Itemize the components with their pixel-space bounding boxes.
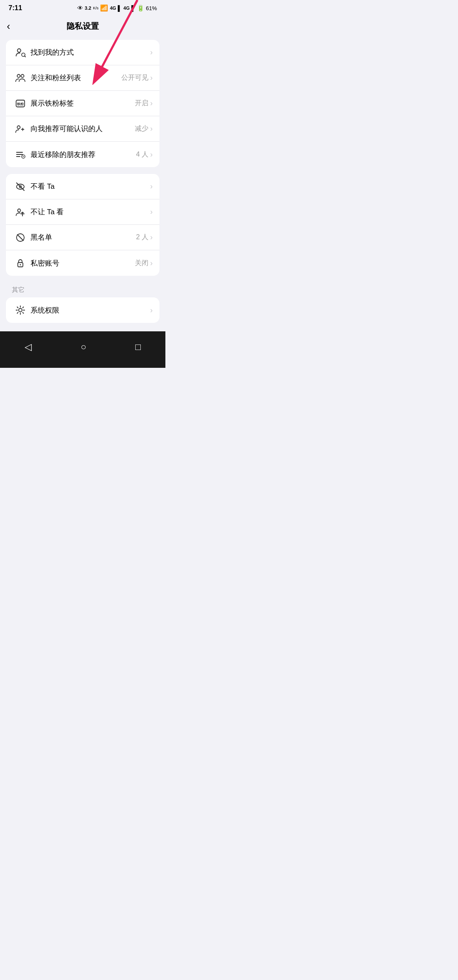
privacy-card-2: 不看 Ta › 不让 Ta 看 › 黑名单 2 人 › (6, 174, 159, 276)
blacklist-value: 2 人 (136, 233, 148, 242)
menu-item-blacklist[interactable]: 黑名单 2 人 › (6, 225, 159, 250)
not-let-ta-watch-chevron: › (150, 207, 153, 216)
private-account-label: 私密账号 (31, 258, 135, 268)
signal-bars-icon: ▌ (118, 5, 122, 11)
recommend-people-label: 向我推荐可能认识的人 (31, 124, 135, 134)
blacklist-icon (13, 232, 28, 243)
recommend-people-icon (13, 123, 28, 134)
privacy-card-1: 找到我的方式 › 关注和粉丝列表 公开可见 › 铁粉 展示铁粉标签 开启 › (6, 40, 159, 167)
not-watch-ta-icon (13, 181, 28, 192)
svg-point-0 (17, 49, 21, 52)
status-bar: 7:11 👁 3.2 K/s 📶 4G ▌ 4G ▌ 🔋 61% (0, 0, 165, 14)
nav-recent-button[interactable]: □ (125, 338, 151, 356)
signal-4g-icon: 4G (110, 6, 116, 11)
recent-removed-value: 4 人 (136, 150, 148, 159)
svg-point-2 (17, 74, 20, 77)
system-permissions-chevron: › (150, 306, 153, 315)
recent-removed-icon (13, 149, 28, 160)
menu-item-follow-fans[interactable]: 关注和粉丝列表 公开可见 › (6, 65, 159, 91)
follow-fans-icon (13, 73, 28, 84)
svg-line-22 (17, 235, 23, 241)
svg-point-6 (17, 126, 20, 129)
page-header: ‹ 隐私设置 (0, 14, 165, 40)
other-section-label: 其它 (0, 283, 165, 297)
find-user-icon (13, 47, 28, 58)
blacklist-label: 黑名单 (31, 232, 136, 242)
menu-item-not-watch-ta[interactable]: 不看 Ta › (6, 174, 159, 199)
iron-fan-label: 展示铁粉标签 (31, 98, 135, 108)
private-account-chevron: › (150, 259, 153, 268)
not-watch-ta-chevron: › (150, 182, 153, 191)
privacy-card-3: 系统权限 › (6, 297, 159, 323)
svg-point-24 (20, 264, 21, 266)
recommend-people-value: 减少 (135, 124, 148, 133)
battery-percent: 61% (146, 5, 157, 11)
not-let-ta-watch-label: 不让 Ta 看 (31, 207, 150, 217)
network-icon: 3.2 (85, 6, 91, 11)
svg-point-25 (19, 308, 22, 312)
battery-icon: 🔋 (137, 5, 144, 11)
svg-point-3 (21, 74, 24, 77)
wifi-icon: 📶 (100, 4, 108, 12)
recent-removed-chevron: › (150, 150, 153, 159)
not-let-ta-watch-icon (13, 207, 28, 218)
iron-fan-chevron: › (150, 99, 153, 108)
system-permissions-icon (13, 305, 28, 316)
eye-icon: 👁 (77, 5, 83, 11)
recommend-people-chevron: › (150, 124, 153, 133)
follow-fans-label: 关注和粉丝列表 (31, 73, 121, 83)
menu-item-iron-fan[interactable]: 铁粉 展示铁粉标签 开启 › (6, 91, 159, 116)
menu-item-recent-removed[interactable]: 最近移除的朋友推荐 4 人 › (6, 142, 159, 167)
network-label: K/s (93, 6, 98, 10)
blacklist-chevron: › (150, 233, 153, 242)
private-account-value: 关闭 (135, 259, 148, 268)
status-icons: 👁 3.2 K/s 📶 4G ▌ 4G ▌ 🔋 61% (77, 4, 157, 12)
private-account-icon (13, 258, 28, 269)
back-button[interactable]: ‹ (7, 20, 14, 33)
menu-item-private-account[interactable]: 私密账号 关闭 › (6, 250, 159, 276)
follow-fans-value: 公开可见 (121, 73, 148, 82)
nav-back-button[interactable]: ◁ (14, 338, 42, 356)
status-time: 7:11 (8, 4, 22, 12)
page-title: 隐私设置 (67, 21, 99, 32)
menu-item-system-permissions[interactable]: 系统权限 › (6, 297, 159, 323)
menu-item-not-let-ta-watch[interactable]: 不让 Ta 看 › (6, 199, 159, 225)
follow-fans-chevron: › (150, 73, 153, 82)
find-me-label: 找到我的方式 (31, 48, 150, 57)
iron-fan-value: 开启 (135, 99, 148, 108)
menu-item-find-me[interactable]: 找到我的方式 › (6, 40, 159, 65)
menu-item-recommend-people[interactable]: 向我推荐可能认识的人 减少 › (6, 116, 159, 142)
svg-text:铁粉: 铁粉 (17, 102, 24, 106)
recent-removed-label: 最近移除的朋友推荐 (31, 150, 136, 160)
svg-rect-20 (21, 212, 24, 213)
svg-point-17 (18, 209, 21, 212)
iron-fan-icon: 铁粉 (13, 98, 28, 109)
not-watch-ta-label: 不看 Ta (31, 182, 150, 191)
nav-home-button[interactable]: ○ (70, 338, 96, 356)
signal-bars2-icon: ▌ (131, 5, 135, 11)
find-me-chevron: › (150, 48, 153, 57)
signal-4g2-icon: 4G (123, 6, 130, 11)
nav-bar: ◁ ○ □ (0, 331, 165, 368)
system-permissions-label: 系统权限 (31, 305, 150, 315)
